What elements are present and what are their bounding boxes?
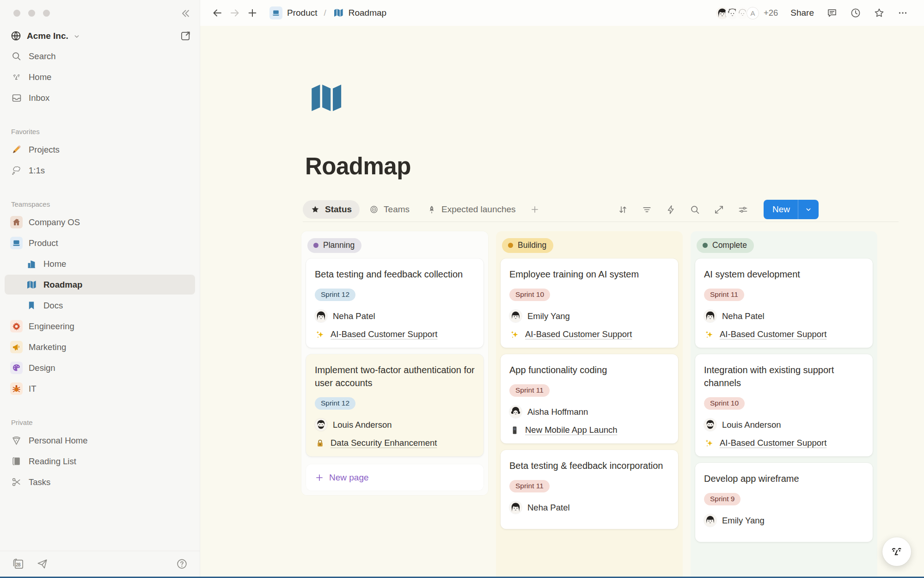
sidebar-item-marketing[interactable]: Marketing: [5, 337, 195, 357]
comments-icon[interactable]: [826, 7, 838, 18]
new-page-compose-button[interactable]: [180, 30, 191, 42]
sidebar-item-roadmap[interactable]: Roadmap: [5, 275, 195, 295]
column-status-pill[interactable]: Planning: [307, 238, 361, 253]
card[interactable]: Employee training on AI system Sprint 10…: [501, 258, 678, 348]
relation-row[interactable]: AI-Based Customer Support: [315, 329, 475, 339]
sprint-tag[interactable]: Sprint 10: [704, 397, 745, 410]
relation-row[interactable]: AI-Based Customer Support: [704, 329, 864, 339]
linked-page[interactable]: New Mobile App Launch: [525, 425, 618, 435]
sidebar-item-inbox[interactable]: Inbox: [5, 88, 195, 108]
sort-icon[interactable]: [618, 204, 628, 215]
tab-status[interactable]: Status: [303, 200, 360, 219]
notion-ai-button[interactable]: [882, 537, 911, 566]
person-row[interactable]: Aisha Hoffmann: [509, 406, 669, 418]
sprint-tag[interactable]: Sprint 12: [315, 397, 355, 410]
filter-icon[interactable]: [642, 204, 652, 215]
card-title[interactable]: Beta testing and feedback collection: [315, 268, 475, 281]
more-options-icon[interactable]: [897, 7, 908, 18]
invite-send-icon[interactable]: [37, 558, 48, 570]
new-tab-plus-icon[interactable]: [245, 6, 259, 20]
expand-icon[interactable]: [714, 204, 724, 215]
person-row[interactable]: Louis Anderson: [315, 418, 475, 431]
person-row[interactable]: Neha Patel: [704, 310, 864, 322]
workspace-switcher[interactable]: Acme Inc.: [6, 27, 196, 45]
sidebar-item-home[interactable]: Home: [5, 67, 195, 87]
sprint-tag[interactable]: Sprint 11: [509, 384, 550, 397]
breadcrumb-product[interactable]: Product: [287, 8, 317, 18]
card-title[interactable]: Beta testing & feedback incorporation: [509, 459, 669, 472]
share-button[interactable]: Share: [790, 8, 814, 18]
card-title[interactable]: Develop app wireframe: [704, 472, 864, 485]
person-row[interactable]: Neha Patel: [509, 501, 669, 514]
window-minimize-button[interactable]: [28, 10, 35, 17]
sidebar-item-reading-list[interactable]: Reading List: [5, 451, 195, 471]
search-icon[interactable]: [690, 204, 700, 215]
favorite-star-icon[interactable]: [874, 7, 885, 18]
card-title[interactable]: Integration with existing support channe…: [704, 363, 864, 389]
sidebar-item-docs[interactable]: Docs: [5, 295, 195, 315]
sidebar-item-design[interactable]: Design: [5, 358, 195, 378]
breadcrumb-roadmap[interactable]: Roadmap: [349, 8, 386, 18]
linked-page[interactable]: Data Security Enhancement: [330, 438, 437, 448]
window-close-button[interactable]: [13, 10, 20, 17]
sidebar-item-tasks[interactable]: Tasks: [5, 472, 195, 492]
new-button[interactable]: New: [764, 200, 819, 219]
column-status-pill[interactable]: Complete: [697, 238, 754, 253]
sprint-tag[interactable]: Sprint 11: [509, 480, 550, 492]
collaborator-avatars[interactable]: A +26: [715, 6, 778, 20]
forward-icon[interactable]: [228, 6, 242, 20]
card-title[interactable]: AI system development: [704, 268, 864, 281]
person-row[interactable]: Louis Anderson: [704, 418, 864, 431]
person-row[interactable]: Emily Yang: [704, 514, 864, 527]
card[interactable]: Integration with existing support channe…: [695, 354, 873, 456]
automations-lightning-icon[interactable]: [666, 204, 676, 215]
card-title[interactable]: Employee training on AI system: [509, 268, 669, 281]
person-row[interactable]: Neha Patel: [315, 310, 475, 322]
page-title[interactable]: Roadmap: [305, 153, 411, 180]
sprint-tag[interactable]: Sprint 10: [509, 289, 550, 301]
sidebar-item-personal-home[interactable]: Personal Home: [5, 430, 195, 450]
card[interactable]: Implement two-factor authentication for …: [306, 354, 483, 456]
sidebar-collapse-icon[interactable]: [179, 7, 191, 19]
card-title[interactable]: App functionality coding: [509, 363, 669, 376]
tab-expected-launches[interactable]: Expected launches: [419, 200, 524, 219]
relation-row[interactable]: AI-Based Customer Support: [704, 438, 864, 448]
sidebar-item-company-os[interactable]: Company OS: [5, 212, 195, 232]
back-icon[interactable]: [210, 6, 224, 20]
sidebar-item-it[interactable]: IT: [5, 379, 195, 399]
linked-page[interactable]: AI-Based Customer Support: [720, 329, 826, 339]
new-page-button[interactable]: New page: [306, 464, 483, 491]
window-zoom-button[interactable]: [43, 10, 50, 17]
sidebar-item-product-home[interactable]: Home: [5, 254, 195, 274]
sidebar-item-1-1s[interactable]: 1:1s: [5, 160, 195, 180]
card[interactable]: Develop app wireframe Sprint 9 Emily Yan…: [695, 463, 873, 542]
person-row[interactable]: Emily Yang: [509, 310, 669, 322]
card-title[interactable]: Implement two-factor authentication for …: [315, 363, 475, 389]
sprint-tag[interactable]: Sprint 12: [315, 289, 355, 301]
sidebar-item-projects[interactable]: Projects: [5, 140, 195, 160]
help-icon[interactable]: [176, 558, 188, 570]
tab-teams[interactable]: Teams: [361, 200, 417, 219]
sidebar-item-product[interactable]: Product: [5, 233, 195, 253]
relation-row[interactable]: AI-Based Customer Support: [509, 329, 669, 339]
linked-page[interactable]: AI-Based Customer Support: [720, 438, 826, 448]
card[interactable]: Beta testing and feedback collection Spr…: [306, 258, 483, 348]
add-view-plus-icon[interactable]: [530, 205, 539, 214]
sprint-tag[interactable]: Sprint 11: [704, 289, 744, 301]
card[interactable]: AI system development Sprint 11 Neha Pat…: [695, 258, 873, 348]
linked-page[interactable]: AI-Based Customer Support: [525, 329, 632, 339]
linked-page[interactable]: AI-Based Customer Support: [330, 329, 437, 339]
card[interactable]: App functionality coding Sprint 11 Aisha…: [501, 354, 678, 443]
sidebar-item-search[interactable]: Search: [5, 46, 195, 66]
sprint-tag[interactable]: Sprint 9: [704, 493, 740, 505]
column-status-pill[interactable]: Building: [502, 238, 553, 253]
page-map-icon[interactable]: [306, 80, 345, 117]
updates-clock-icon[interactable]: [850, 7, 861, 18]
relation-row[interactable]: Data Security Enhancement: [315, 438, 475, 448]
view-settings-sliders-icon[interactable]: [738, 204, 748, 215]
calendar-icon[interactable]: 28: [12, 558, 24, 570]
new-button-caret-icon[interactable]: [798, 200, 819, 219]
sidebar-item-engineering[interactable]: Engineering: [5, 316, 195, 336]
card[interactable]: Beta testing & feedback incorporation Sp…: [501, 450, 678, 529]
relation-row[interactable]: New Mobile App Launch: [509, 425, 669, 435]
